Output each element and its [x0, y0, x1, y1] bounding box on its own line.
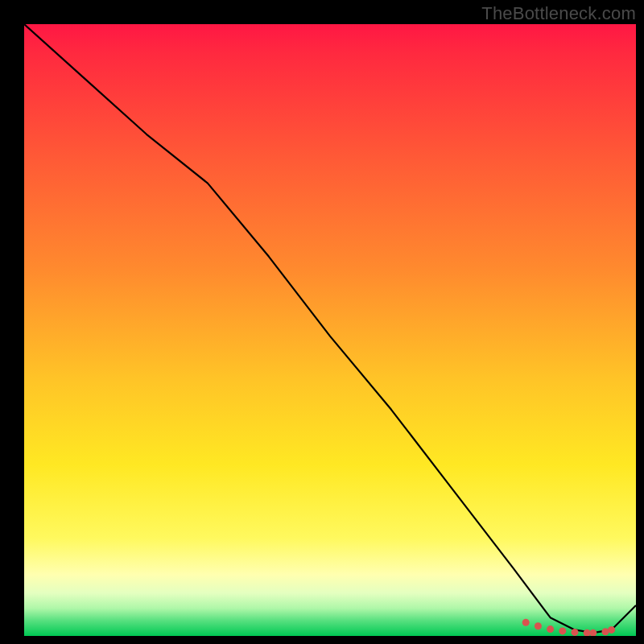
highlight-marker: [559, 627, 566, 634]
highlight-marker: [547, 625, 554, 633]
chart-container: TheBottleneck.com: [0, 0, 644, 644]
plot-area: [24, 24, 636, 636]
highlight-marker: [608, 626, 615, 634]
highlight-marker: [522, 619, 530, 626]
chart-svg: [24, 24, 636, 636]
highlight-marker: [602, 628, 609, 635]
highlight-marker: [535, 622, 542, 630]
gradient-background: [24, 24, 636, 636]
watermark-text: TheBottleneck.com: [481, 3, 636, 24]
highlight-marker: [572, 629, 579, 636]
